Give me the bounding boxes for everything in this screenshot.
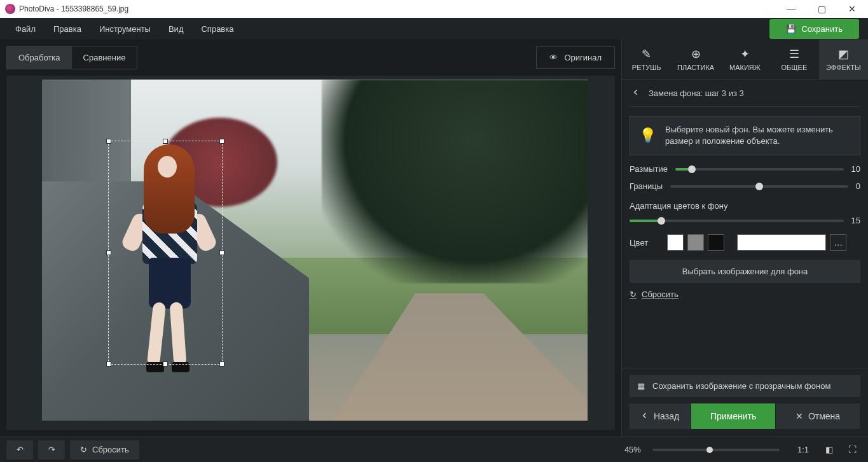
hint-text: Выберите новый фон. Вы можете изменить р… [665, 124, 851, 147]
undo-button[interactable]: ↶ [6, 440, 33, 459]
menubar: Файл Правка Инструменты Вид Справка 💾 Со… [0, 18, 868, 39]
color-picker-button[interactable]: … [830, 234, 846, 251]
resize-handle[interactable] [163, 139, 168, 144]
slider-thumb[interactable] [658, 217, 665, 225]
color-row: Цвет … [630, 234, 860, 251]
tab-retouch[interactable]: ✎ РЕТУШЬ [622, 39, 671, 79]
save-transparent-button[interactable]: ▦ Сохранить изображение с прозрачным фон… [630, 375, 860, 397]
resize-handle[interactable] [106, 139, 111, 144]
slider-thumb[interactable] [688, 165, 696, 173]
save-label: Сохранить [801, 24, 843, 34]
tab-process[interactable]: Обработка [7, 46, 72, 69]
view-mode-tabs: Обработка Сравнение [6, 46, 137, 69]
menu-view[interactable]: Вид [160, 19, 193, 39]
bottom-toolbar: ↶ ↷ ↻ Сбросить 45% 1:1 ◧ ⛶ [0, 437, 868, 462]
resize-handle[interactable] [219, 139, 224, 144]
tab-compare[interactable]: Сравнение [72, 46, 137, 69]
slider-value: 10 [851, 164, 860, 174]
retouch-icon: ✎ [642, 47, 651, 61]
cancel-button[interactable]: ✕ Отмена [776, 403, 860, 429]
save-icon: 💾 [786, 24, 796, 34]
hint-box: 💡 Выберите новый фон. Вы можете изменить… [630, 116, 860, 155]
plastic-icon: ⊕ [691, 47, 701, 61]
effects-icon: ◩ [838, 47, 849, 61]
slider-blur: Размытие 10 [630, 164, 860, 174]
slider-adapt: 15 [630, 216, 860, 225]
tab-makeup[interactable]: ✦ МАКИЯЖ [720, 39, 769, 79]
slider-value: 0 [856, 181, 860, 191]
menu-help[interactable]: Справка [192, 19, 242, 39]
back-button[interactable]: Назад [630, 403, 691, 429]
menu-file[interactable]: Файл [6, 19, 45, 39]
transparent-icon: ▦ [637, 381, 645, 391]
sliders-icon: ☰ [789, 47, 799, 61]
tab-general[interactable]: ☰ ОБЩЕЕ [769, 39, 818, 79]
close-button[interactable]: ✕ [843, 4, 862, 14]
tab-plastic[interactable]: ⊕ ПЛАСТИКА [671, 39, 720, 79]
eye-icon: 👁 [549, 53, 558, 62]
slider-track[interactable] [670, 185, 848, 188]
slider-thumb[interactable] [706, 447, 713, 453]
minimize-button[interactable]: — [782, 4, 801, 14]
menu-tools[interactable]: Инструменты [90, 19, 160, 39]
slider-value: 15 [851, 216, 860, 225]
reset-icon: ↻ [80, 445, 87, 454]
show-original-button[interactable]: 👁 Оригинал [536, 46, 615, 69]
redo-button[interactable]: ↷ [38, 440, 65, 459]
apply-button[interactable]: Применить [691, 403, 776, 429]
app-icon [5, 4, 15, 14]
slider-thumb[interactable] [755, 183, 763, 190]
color-label: Цвет [630, 238, 648, 248]
original-label: Оригинал [564, 53, 602, 62]
color-swatch[interactable] [687, 234, 704, 251]
resize-handle[interactable] [219, 250, 224, 255]
close-icon: ✕ [796, 411, 803, 421]
slider-track[interactable] [630, 220, 844, 222]
slider-label: Размытие [630, 164, 668, 174]
lightbulb-icon: 💡 [639, 126, 656, 146]
window-titlebar: PhotoDiva - 1553398865_59.jpg — ▢ ✕ [0, 0, 868, 18]
resize-handle[interactable] [106, 361, 111, 367]
resize-handle[interactable] [163, 361, 168, 367]
right-panel: ✎ РЕТУШЬ ⊕ ПЛАСТИКА ✦ МАКИЯЖ ☰ ОБЩЕЕ ◩ Э… [621, 39, 868, 437]
color-swatch[interactable] [667, 234, 684, 251]
zoom-value: 45% [624, 445, 641, 454]
slider-label: Границы [630, 181, 663, 191]
resize-handle[interactable] [219, 361, 224, 367]
fit-screen-icon[interactable]: ◧ [825, 445, 833, 454]
resize-handle[interactable] [106, 250, 111, 255]
choose-bg-image-button[interactable]: Выбрать изображение для фона [630, 260, 860, 283]
color-swatch[interactable] [708, 234, 724, 251]
zoom-actual-button[interactable]: 1:1 [797, 445, 809, 454]
canvas-background [42, 80, 588, 421]
slider-adapt-label: Адаптация цветов к фону [630, 201, 860, 211]
makeup-icon: ✦ [740, 47, 750, 61]
zoom-slider[interactable] [652, 449, 780, 451]
step-title: Замена фона: шаг 3 из 3 [649, 88, 744, 98]
selection-box[interactable] [108, 141, 223, 365]
reset-all-button[interactable]: ↻ Сбросить [70, 440, 139, 459]
slider-borders: Границы 0 [630, 181, 860, 191]
window-title: PhotoDiva - 1553398865_59.jpg [19, 4, 782, 13]
reset-icon: ↻ [630, 290, 637, 299]
chevron-left-icon [632, 87, 640, 99]
color-preview[interactable] [737, 234, 826, 251]
tab-effects[interactable]: ◩ ЭФФЕКТЫ [819, 39, 868, 79]
fullscreen-icon[interactable]: ⛶ [848, 445, 857, 454]
menu-edit[interactable]: Правка [45, 19, 90, 39]
image-canvas[interactable] [6, 76, 615, 430]
step-back-header[interactable]: Замена фона: шаг 3 из 3 [630, 80, 860, 107]
save-button[interactable]: 💾 Сохранить [769, 19, 859, 39]
chevron-left-icon [641, 411, 649, 421]
reset-link[interactable]: ↻ Сбросить [630, 290, 860, 299]
slider-track[interactable] [675, 168, 844, 171]
maximize-button[interactable]: ▢ [812, 4, 831, 14]
